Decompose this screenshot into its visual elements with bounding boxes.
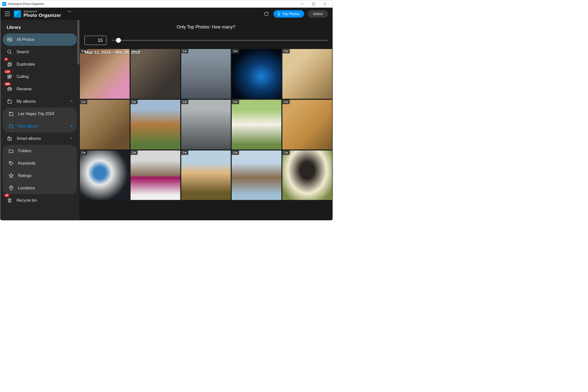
svg-rect-6 bbox=[8, 63, 11, 66]
plus-icon: + bbox=[70, 123, 73, 130]
duplicates-badge: 9 bbox=[4, 58, 8, 61]
recycle-badge: 22 bbox=[4, 194, 9, 197]
photo-thumb[interactable]: 5★ bbox=[131, 150, 180, 200]
nav-my-albums[interactable]: My albums bbox=[3, 95, 77, 108]
photo-thumb[interactable]: 5★ bbox=[181, 49, 231, 99]
nav-all-photos[interactable]: All Photos bbox=[3, 34, 77, 46]
rating-badge: 5★ bbox=[181, 100, 189, 104]
search-icon bbox=[7, 49, 12, 55]
nav-album-vegas[interactable]: Las Vegas Trip 2024 bbox=[3, 108, 77, 120]
logo-icon bbox=[13, 10, 21, 18]
svg-point-17 bbox=[11, 187, 12, 188]
tag-icon bbox=[8, 160, 14, 166]
chevron-up-icon bbox=[69, 136, 73, 141]
filter-bar: Only Top Photos: How many? bbox=[79, 20, 332, 32]
album-icon bbox=[8, 111, 14, 117]
top-photos-button[interactable]: Top Photos bbox=[274, 10, 304, 18]
svg-rect-13 bbox=[9, 125, 13, 128]
maximize-button[interactable] bbox=[308, 0, 319, 8]
photo-thumb[interactable]: 5★ bbox=[181, 100, 231, 150]
rating-badge: 5★ bbox=[232, 150, 239, 155]
photo-thumb[interactable]: 5★ bbox=[232, 100, 282, 150]
album-icon bbox=[8, 123, 14, 129]
rename-icon bbox=[7, 86, 12, 92]
slider-row: 15 bbox=[79, 32, 332, 49]
photo-thumb[interactable]: 5★ bbox=[232, 49, 282, 99]
nav-new-album[interactable]: New album + bbox=[3, 120, 77, 132]
photo-grid: 5★ 5★ 5★ 5★ 5★ 5★ 5★ 5★ 5★ 5★ 5★ 5★ 5★ 5… bbox=[79, 49, 332, 200]
count-input[interactable]: 15 bbox=[84, 36, 107, 45]
folder-icon bbox=[8, 148, 14, 154]
svg-rect-8 bbox=[10, 75, 11, 76]
rating-badge: 5★ bbox=[181, 150, 189, 155]
nav-ratings[interactable]: Ratings bbox=[3, 170, 77, 182]
svg-point-15 bbox=[9, 138, 10, 139]
album-icon bbox=[7, 98, 12, 104]
photo-thumb[interactable]: 5★ bbox=[282, 100, 332, 150]
nav-keywords[interactable]: Keywords bbox=[3, 157, 77, 170]
rating-badge: 5★ bbox=[282, 49, 290, 54]
svg-point-16 bbox=[10, 162, 11, 163]
nav-recycle[interactable]: 22 Recycle bin bbox=[3, 194, 77, 207]
app-icon bbox=[2, 2, 6, 6]
main-panel: Only Top Photos: How many? 15 May 12, 20… bbox=[79, 20, 332, 220]
photo-thumb[interactable]: 5★ bbox=[232, 150, 282, 200]
svg-rect-12 bbox=[9, 112, 13, 116]
photo-thumb[interactable]: 5★ bbox=[131, 100, 180, 150]
nav-locations[interactable]: Locations bbox=[3, 182, 77, 194]
date-range-label: May 12, 2014 – Mar 28, 2020 bbox=[81, 50, 140, 57]
close-button[interactable] bbox=[319, 0, 331, 8]
refresh-button[interactable] bbox=[263, 10, 270, 18]
sidebar-heading: Library bbox=[3, 24, 77, 34]
nav-search[interactable]: Search bbox=[3, 46, 77, 58]
culling-icon bbox=[7, 74, 12, 80]
rating-badge: 5★ bbox=[80, 150, 87, 155]
rating-badge: 5★ bbox=[131, 150, 138, 155]
window-titlebar: Ashampoo Photo Organizer bbox=[0, 0, 332, 8]
smart-album-icon bbox=[7, 136, 12, 142]
app-header: Ashampoo®PRO Photo Organizer Top Photos … bbox=[0, 8, 332, 20]
sidebar: Library All Photos Search 9 Duplicates 1… bbox=[0, 20, 79, 220]
svg-rect-5 bbox=[9, 62, 11, 65]
rating-badge: 5★ bbox=[282, 100, 290, 104]
svg-rect-7 bbox=[8, 75, 9, 76]
culling-badge: 118 bbox=[4, 70, 11, 73]
menu-toggle[interactable] bbox=[5, 12, 10, 16]
photo-grid-wrap: May 12, 2014 – Mar 28, 2020 5★ 5★ 5★ 5★ … bbox=[79, 49, 332, 220]
rating-badge: 5★ bbox=[282, 150, 290, 155]
app-logo: Ashampoo®PRO Photo Organizer bbox=[13, 10, 71, 18]
photo-thumb[interactable]: 5★ bbox=[181, 150, 231, 200]
svg-point-1 bbox=[278, 12, 280, 14]
star-icon bbox=[8, 173, 14, 179]
photo-thumb[interactable]: 5★ bbox=[80, 100, 130, 150]
rating-badge: 5★ bbox=[232, 49, 239, 54]
rename-badge: 284 bbox=[4, 82, 11, 86]
svg-rect-14 bbox=[8, 137, 12, 140]
photos-icon bbox=[7, 37, 12, 42]
count-slider[interactable] bbox=[112, 40, 328, 41]
svg-rect-11 bbox=[8, 100, 12, 103]
svg-point-3 bbox=[8, 38, 9, 39]
select-button[interactable]: Select bbox=[307, 10, 328, 18]
photo-thumb[interactable]: 5★ bbox=[282, 49, 332, 99]
duplicates-icon bbox=[7, 61, 12, 67]
rating-badge: 5★ bbox=[131, 100, 138, 104]
nav-culling[interactable]: 118 Culling bbox=[3, 70, 77, 83]
nav-folders[interactable]: Folders bbox=[3, 145, 77, 157]
photo-thumb[interactable]: 5★ bbox=[282, 150, 332, 200]
chevron-up-icon bbox=[69, 99, 73, 104]
minimize-button[interactable] bbox=[296, 0, 308, 8]
window-title: Ashampoo Photo Organizer bbox=[8, 2, 44, 6]
nav-duplicates[interactable]: 9 Duplicates bbox=[3, 58, 77, 70]
location-icon bbox=[8, 185, 14, 191]
trash-icon bbox=[7, 198, 12, 204]
slider-thumb[interactable] bbox=[116, 38, 121, 43]
nav-rename[interactable]: 284 Rename bbox=[3, 83, 77, 95]
photo-thumb[interactable]: 5★ bbox=[80, 150, 130, 200]
svg-rect-0 bbox=[312, 3, 315, 5]
rating-badge: 5★ bbox=[232, 100, 239, 104]
nav-smart-albums[interactable]: Smart albums bbox=[3, 132, 77, 145]
filter-title: Only Top Photos: How many? bbox=[84, 24, 328, 30]
svg-point-4 bbox=[8, 50, 11, 53]
rating-badge: 5★ bbox=[80, 100, 87, 104]
